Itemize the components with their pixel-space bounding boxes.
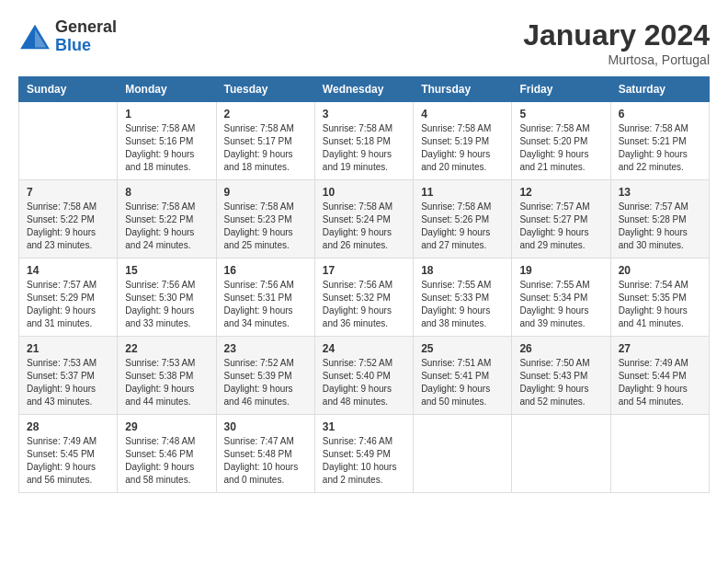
day-number: 12 bbox=[519, 186, 602, 199]
calendar-cell: 16Sunrise: 7:56 AMSunset: 5:31 PMDayligh… bbox=[216, 259, 314, 337]
calendar-cell: 14Sunrise: 7:57 AMSunset: 5:29 PMDayligh… bbox=[19, 259, 118, 337]
day-number: 28 bbox=[27, 420, 109, 433]
calendar-cell: 20Sunrise: 7:54 AMSunset: 5:35 PMDayligh… bbox=[610, 259, 709, 337]
day-number: 7 bbox=[27, 186, 109, 199]
calendar-cell: 4Sunrise: 7:58 AMSunset: 5:19 PMDaylight… bbox=[414, 102, 512, 180]
header-day-monday: Monday bbox=[118, 77, 216, 102]
calendar-cell: 6Sunrise: 7:58 AMSunset: 5:21 PMDaylight… bbox=[610, 102, 709, 180]
day-info: Sunrise: 7:49 AMSunset: 5:44 PMDaylight:… bbox=[619, 357, 701, 408]
day-info: Sunrise: 7:58 AMSunset: 5:23 PMDaylight:… bbox=[224, 201, 307, 252]
calendar-cell: 28Sunrise: 7:49 AMSunset: 5:45 PMDayligh… bbox=[19, 415, 118, 493]
day-info: Sunrise: 7:51 AMSunset: 5:41 PMDaylight:… bbox=[421, 357, 504, 408]
calendar-body: 1Sunrise: 7:58 AMSunset: 5:16 PMDaylight… bbox=[19, 102, 710, 493]
week-row-3: 14Sunrise: 7:57 AMSunset: 5:29 PMDayligh… bbox=[19, 259, 710, 337]
calendar-cell: 7Sunrise: 7:58 AMSunset: 5:22 PMDaylight… bbox=[19, 180, 118, 259]
location: Murtosa, Portugal bbox=[523, 52, 710, 67]
logo: General Blue bbox=[18, 18, 117, 55]
calendar-cell: 21Sunrise: 7:53 AMSunset: 5:37 PMDayligh… bbox=[19, 337, 118, 415]
day-info: Sunrise: 7:58 AMSunset: 5:22 PMDaylight:… bbox=[27, 201, 109, 252]
day-number: 21 bbox=[27, 342, 109, 355]
calendar-cell: 27Sunrise: 7:49 AMSunset: 5:44 PMDayligh… bbox=[610, 337, 709, 415]
day-info: Sunrise: 7:50 AMSunset: 5:43 PMDaylight:… bbox=[519, 357, 602, 408]
day-info: Sunrise: 7:58 AMSunset: 5:21 PMDaylight:… bbox=[619, 122, 701, 174]
calendar-cell: 8Sunrise: 7:58 AMSunset: 5:22 PMDaylight… bbox=[118, 180, 216, 259]
day-number: 5 bbox=[519, 108, 602, 121]
logo-icon bbox=[18, 23, 51, 51]
calendar-cell: 13Sunrise: 7:57 AMSunset: 5:28 PMDayligh… bbox=[610, 180, 709, 259]
calendar-cell: 30Sunrise: 7:47 AMSunset: 5:48 PMDayligh… bbox=[216, 415, 314, 493]
calendar-cell: 24Sunrise: 7:52 AMSunset: 5:40 PMDayligh… bbox=[314, 337, 413, 415]
calendar-cell bbox=[19, 102, 118, 180]
header-day-saturday: Saturday bbox=[610, 77, 709, 102]
calendar-cell: 2Sunrise: 7:58 AMSunset: 5:17 PMDaylight… bbox=[216, 102, 314, 180]
calendar-cell: 25Sunrise: 7:51 AMSunset: 5:41 PMDayligh… bbox=[414, 337, 512, 415]
day-number: 27 bbox=[619, 342, 701, 355]
day-number: 20 bbox=[619, 264, 701, 277]
header-day-thursday: Thursday bbox=[414, 77, 512, 102]
calendar-cell: 15Sunrise: 7:56 AMSunset: 5:30 PMDayligh… bbox=[118, 259, 216, 337]
day-info: Sunrise: 7:52 AMSunset: 5:40 PMDaylight:… bbox=[323, 357, 405, 408]
day-info: Sunrise: 7:47 AMSunset: 5:48 PMDaylight:… bbox=[224, 435, 307, 487]
calendar-cell: 9Sunrise: 7:58 AMSunset: 5:23 PMDaylight… bbox=[216, 180, 314, 259]
calendar-cell: 19Sunrise: 7:55 AMSunset: 5:34 PMDayligh… bbox=[512, 259, 610, 337]
calendar-cell: 22Sunrise: 7:53 AMSunset: 5:38 PMDayligh… bbox=[118, 337, 216, 415]
header-day-sunday: Sunday bbox=[19, 77, 118, 102]
calendar-cell: 18Sunrise: 7:55 AMSunset: 5:33 PMDayligh… bbox=[414, 259, 512, 337]
day-number: 16 bbox=[224, 264, 307, 277]
calendar-cell: 11Sunrise: 7:58 AMSunset: 5:26 PMDayligh… bbox=[414, 180, 512, 259]
logo-blue: Blue bbox=[55, 37, 117, 55]
day-number: 10 bbox=[323, 186, 405, 199]
day-info: Sunrise: 7:58 AMSunset: 5:26 PMDaylight:… bbox=[421, 201, 504, 252]
day-info: Sunrise: 7:53 AMSunset: 5:37 PMDaylight:… bbox=[27, 357, 109, 408]
calendar-cell: 29Sunrise: 7:48 AMSunset: 5:46 PMDayligh… bbox=[118, 415, 216, 493]
logo-general: General bbox=[55, 18, 117, 37]
calendar-cell: 12Sunrise: 7:57 AMSunset: 5:27 PMDayligh… bbox=[512, 180, 610, 259]
day-info: Sunrise: 7:46 AMSunset: 5:49 PMDaylight:… bbox=[323, 435, 405, 487]
day-number: 11 bbox=[421, 186, 504, 199]
day-number: 17 bbox=[323, 264, 405, 277]
day-info: Sunrise: 7:57 AMSunset: 5:27 PMDaylight:… bbox=[519, 201, 602, 252]
title-block: January 2024 Murtosa, Portugal bbox=[523, 18, 710, 67]
calendar-cell: 3Sunrise: 7:58 AMSunset: 5:18 PMDaylight… bbox=[314, 102, 413, 180]
calendar-cell: 31Sunrise: 7:46 AMSunset: 5:49 PMDayligh… bbox=[314, 415, 413, 493]
day-info: Sunrise: 7:52 AMSunset: 5:39 PMDaylight:… bbox=[224, 357, 307, 408]
day-info: Sunrise: 7:54 AMSunset: 5:35 PMDaylight:… bbox=[619, 279, 701, 330]
calendar-header: SundayMondayTuesdayWednesdayThursdayFrid… bbox=[19, 77, 710, 102]
calendar-cell bbox=[512, 415, 610, 493]
day-number: 24 bbox=[323, 342, 405, 355]
calendar-cell bbox=[610, 415, 709, 493]
day-info: Sunrise: 7:58 AMSunset: 5:18 PMDaylight:… bbox=[323, 122, 405, 174]
day-info: Sunrise: 7:57 AMSunset: 5:28 PMDaylight:… bbox=[619, 201, 701, 252]
day-info: Sunrise: 7:58 AMSunset: 5:17 PMDaylight:… bbox=[224, 122, 307, 174]
day-number: 29 bbox=[125, 420, 208, 433]
day-info: Sunrise: 7:58 AMSunset: 5:20 PMDaylight:… bbox=[519, 122, 602, 174]
week-row-2: 7Sunrise: 7:58 AMSunset: 5:22 PMDaylight… bbox=[19, 180, 710, 259]
calendar-cell: 23Sunrise: 7:52 AMSunset: 5:39 PMDayligh… bbox=[216, 337, 314, 415]
day-number: 2 bbox=[224, 108, 307, 121]
day-info: Sunrise: 7:53 AMSunset: 5:38 PMDaylight:… bbox=[125, 357, 208, 408]
day-number: 31 bbox=[323, 420, 405, 433]
day-info: Sunrise: 7:49 AMSunset: 5:45 PMDaylight:… bbox=[27, 435, 109, 487]
day-info: Sunrise: 7:56 AMSunset: 5:31 PMDaylight:… bbox=[224, 279, 307, 330]
day-info: Sunrise: 7:56 AMSunset: 5:32 PMDaylight:… bbox=[323, 279, 405, 330]
day-info: Sunrise: 7:48 AMSunset: 5:46 PMDaylight:… bbox=[125, 435, 208, 487]
header-row: SundayMondayTuesdayWednesdayThursdayFrid… bbox=[19, 77, 710, 102]
day-number: 8 bbox=[125, 186, 208, 199]
header-day-friday: Friday bbox=[512, 77, 610, 102]
day-number: 13 bbox=[619, 186, 701, 199]
calendar-table: SundayMondayTuesdayWednesdayThursdayFrid… bbox=[18, 76, 710, 493]
day-number: 25 bbox=[421, 342, 504, 355]
day-info: Sunrise: 7:55 AMSunset: 5:34 PMDaylight:… bbox=[519, 279, 602, 330]
day-info: Sunrise: 7:58 AMSunset: 5:22 PMDaylight:… bbox=[125, 201, 208, 252]
calendar-cell: 5Sunrise: 7:58 AMSunset: 5:20 PMDaylight… bbox=[512, 102, 610, 180]
day-info: Sunrise: 7:57 AMSunset: 5:29 PMDaylight:… bbox=[27, 279, 109, 330]
day-number: 3 bbox=[323, 108, 405, 121]
week-row-5: 28Sunrise: 7:49 AMSunset: 5:45 PMDayligh… bbox=[19, 415, 710, 493]
day-number: 14 bbox=[27, 264, 109, 277]
day-number: 4 bbox=[421, 108, 504, 121]
day-number: 15 bbox=[125, 264, 208, 277]
day-number: 1 bbox=[125, 108, 208, 121]
day-info: Sunrise: 7:58 AMSunset: 5:24 PMDaylight:… bbox=[323, 201, 405, 252]
day-info: Sunrise: 7:56 AMSunset: 5:30 PMDaylight:… bbox=[125, 279, 208, 330]
header-day-tuesday: Tuesday bbox=[216, 77, 314, 102]
